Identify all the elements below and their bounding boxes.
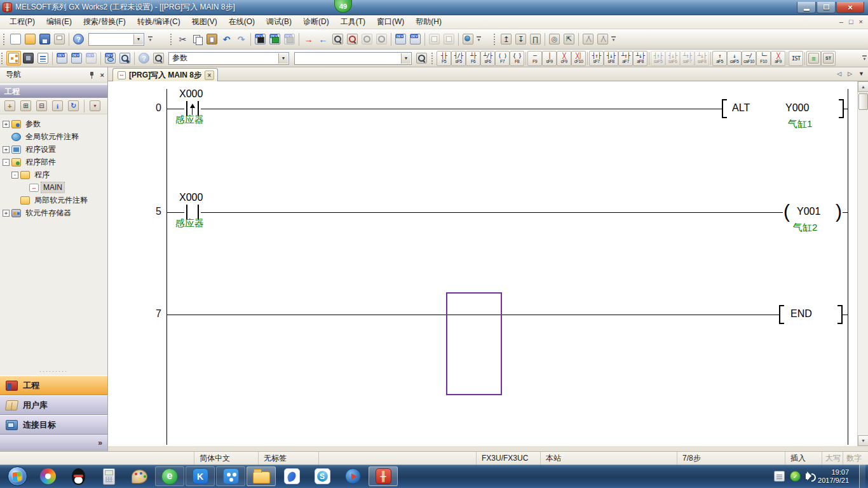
menu-item[interactable]: 帮助(H) — [410, 15, 447, 29]
project-button[interactable]: 工程 — [0, 376, 107, 395]
zoom-src-button[interactable] — [547, 32, 562, 46]
toolbar-overflow-button[interactable]: ▼ — [475, 32, 482, 46]
tree-item-program[interactable]: -程序 — [0, 168, 107, 181]
toolbar-grip[interactable] — [494, 34, 496, 45]
tab-scroll-right-button[interactable]: ▷ — [848, 71, 852, 77]
dev-comment-a-button[interactable] — [393, 32, 408, 46]
media-app-taskbar-button[interactable] — [338, 466, 367, 486]
item-filter-button[interactable] — [88, 98, 102, 113]
dev-eye-button[interactable] — [103, 51, 118, 65]
show-desktop-button[interactable] — [859, 464, 865, 488]
mdi-restore-button[interactable]: □ — [849, 17, 853, 26]
find-device-a-button[interactable] — [330, 32, 345, 46]
ladder-key-aF9-button[interactable]: ╳aF9 — [771, 51, 785, 66]
save-button[interactable] — [37, 32, 52, 46]
ladder-key-aF5-button[interactable]: ↑aF5 — [712, 51, 727, 66]
paint-taskbar-button[interactable] — [125, 466, 154, 486]
new-button[interactable] — [8, 32, 23, 46]
dev-b-button[interactable] — [69, 51, 84, 65]
item-new-button[interactable] — [3, 98, 17, 113]
item-copy-button[interactable] — [18, 98, 33, 113]
expand-toggle[interactable]: + — [3, 121, 10, 128]
ladder-key-IST-button[interactable]: IST — [789, 51, 803, 66]
toolbar-overflow-button[interactable]: ▼ — [610, 32, 617, 46]
menu-item[interactable]: 工具(T) — [335, 15, 371, 29]
gx-works2-taskbar-button[interactable] — [369, 466, 398, 486]
taskbar-clock[interactable]: 19:07 2017/9/21 — [818, 468, 849, 485]
plc-read-button[interactable] — [268, 32, 282, 46]
menu-item[interactable]: 转换/编译(C) — [132, 15, 186, 29]
ladder-key-cF10-button[interactable]: ╳│cF10 — [571, 51, 586, 66]
qq-taskbar-button[interactable] — [64, 466, 93, 486]
close-button[interactable]: × — [836, 2, 864, 13]
toolbar-overflow-button[interactable]: ▼ — [147, 32, 154, 46]
expand-toggle[interactable]: + — [3, 146, 10, 153]
tree-item-global-comment[interactable]: 全局软元件注释 — [0, 130, 107, 143]
ladder-key-F5-button[interactable]: ┤├F5 — [437, 51, 451, 66]
online-read-button[interactable] — [316, 32, 330, 46]
inline-st-button[interactable] — [821, 51, 836, 66]
tab-list-button[interactable]: ▼ — [858, 71, 864, 77]
tree-item-parameter[interactable]: +参数 — [0, 118, 107, 130]
scrollbar-thumb[interactable] — [858, 93, 868, 110]
ladder-key-caF5-button[interactable]: ↓caF5 — [727, 51, 742, 66]
dev-a-button[interactable] — [55, 51, 69, 65]
print-button[interactable] — [52, 32, 67, 46]
tree-item-main[interactable]: MAIN — [0, 181, 107, 194]
user-library-button[interactable]: 用户库 — [0, 395, 107, 415]
pin-icon[interactable] — [88, 71, 95, 79]
undo-button[interactable] — [219, 32, 234, 46]
expand-toggle[interactable]: - — [11, 172, 18, 179]
pulse-conv-button[interactable] — [528, 32, 543, 46]
navigation-button[interactable] — [6, 51, 21, 65]
find-device-b-button[interactable] — [345, 32, 360, 46]
ladder-editor[interactable]: 0 X000 感应器 ALT Y000 气缸1 5 X000 感应器 Y001 … — [108, 81, 857, 446]
chevron-down-icon[interactable]: ▼ — [401, 53, 410, 64]
find-combo[interactable]: ▼ — [294, 52, 412, 65]
calculator-taskbar-button[interactable] — [94, 466, 123, 486]
menu-item[interactable]: 窗口(W) — [371, 15, 410, 29]
ladder-key-sF6-button[interactable]: ┴/├sF6 — [480, 51, 495, 66]
sogou-pinyin-taskbar-button[interactable] — [33, 466, 62, 486]
mdi-minimize-button[interactable]: – — [839, 17, 843, 26]
dev-comment-b-button[interactable] — [408, 32, 423, 46]
ladder-edit-a-button[interactable] — [581, 32, 595, 46]
ladder-key-F10-button[interactable]: └─F10 — [756, 51, 771, 66]
ime-indicator-icon[interactable] — [774, 471, 785, 482]
mdi-close-button[interactable]: × — [859, 17, 863, 26]
paste-button[interactable] — [205, 32, 219, 46]
redo-button[interactable] — [234, 32, 248, 46]
volume-icon[interactable] — [806, 473, 809, 479]
panel-splitter[interactable]: ········· — [0, 369, 107, 376]
minimize-button[interactable] — [797, 2, 816, 13]
tray-expand-icon[interactable] — [759, 471, 769, 482]
tab-scroll-left-button[interactable]: ◁ — [837, 71, 841, 77]
item-refresh-button[interactable] — [66, 98, 81, 113]
menu-item[interactable]: 调试(B) — [261, 15, 297, 29]
ladder-key-caF10-button[interactable]: ─/caF10 — [742, 51, 756, 66]
rung-up-button[interactable] — [499, 32, 513, 46]
open-button[interactable] — [23, 32, 37, 46]
toolbar-grip[interactable] — [3, 34, 6, 45]
device-combo[interactable]: 参数 ▼ — [168, 52, 289, 65]
baidu-pan-taskbar-button[interactable] — [216, 466, 245, 486]
module-config-button[interactable] — [21, 51, 36, 65]
comment-edit-button[interactable] — [806, 51, 821, 66]
expand-toggle[interactable]: - — [3, 159, 10, 166]
expand-toggle[interactable]: + — [3, 210, 10, 217]
panel-close-button[interactable]: × — [100, 71, 104, 79]
ladder-key-aF7-button[interactable]: ┴↑├aF7 — [618, 51, 633, 66]
ladder-key-sF7-button[interactable]: ┤↑├sF7 — [589, 51, 604, 66]
vertical-scrollbar[interactable]: ▲ ▼ — [857, 81, 868, 446]
cut-button[interactable] — [175, 32, 190, 46]
cross-ref-button[interactable] — [151, 51, 166, 65]
ladder-key-sF9-button[interactable]: │sF9 — [542, 51, 557, 66]
sogou-browser-taskbar-button[interactable] — [308, 466, 337, 486]
ladder-edit-b-button[interactable] — [595, 32, 610, 46]
toolbar-overflow-button[interactable]: ▼ — [861, 51, 868, 65]
chevron-down-icon[interactable]: ▼ — [133, 34, 143, 44]
ladder-key-F6-button[interactable]: ┴├F6 — [466, 51, 480, 66]
scroll-up-button[interactable]: ▲ — [858, 81, 868, 92]
document-tab[interactable]: [PRG]写入 MAIN 8步 × — [112, 68, 218, 81]
tree-item-local-comment[interactable]: 局部软元件注释 — [0, 194, 107, 207]
